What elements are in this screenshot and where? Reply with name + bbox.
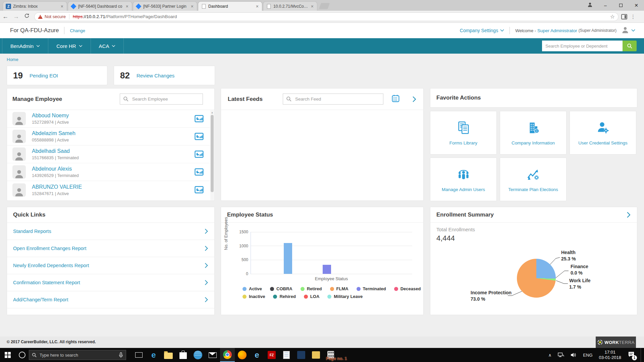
cortana-icon[interactable] <box>15 351 29 359</box>
review-changes-link[interactable]: Review Changes <box>137 73 174 78</box>
legend-item[interactable]: Retired <box>301 286 322 291</box>
forward-icon[interactable]: → <box>11 13 21 20</box>
maximize-button[interactable] <box>613 3 629 8</box>
extension-icon[interactable] <box>621 14 627 19</box>
tab-close-icon[interactable]: × <box>125 4 129 9</box>
firefox-icon[interactable] <box>235 348 250 362</box>
employee-row[interactable]: Abdelazim Sameh 055888898 | Active <box>7 128 214 145</box>
nav-benadmin[interactable]: BenAdmin <box>2 38 48 54</box>
user-avatar-icon[interactable] <box>621 26 629 35</box>
bar-active[interactable] <box>284 243 292 274</box>
tab-dashboard-active[interactable]: Dashboard × <box>198 1 262 11</box>
mic-icon[interactable] <box>119 352 123 358</box>
calendar-icon[interactable] <box>391 94 400 104</box>
benefit-statement-icon[interactable] <box>195 186 204 195</box>
notepad-icon[interactable] <box>279 348 294 362</box>
benefit-statement-icon[interactable] <box>195 150 204 159</box>
user-menu-caret-icon[interactable] <box>631 29 635 32</box>
tile-terminate-plan-elections[interactable]: Terminate Plan Elections <box>500 158 567 201</box>
globe-icon[interactable] <box>191 348 205 362</box>
refresh-icon[interactable] <box>21 13 32 20</box>
start-button[interactable] <box>0 352 15 358</box>
action-center-icon[interactable]: 1 <box>628 351 635 359</box>
employee-name-link[interactable]: Abdelhadi Saad <box>32 148 70 154</box>
quick-link-add-change-term[interactable]: Add/Change/Term Report <box>7 291 214 308</box>
new-tab-button[interactable] <box>319 3 330 9</box>
minimize-button[interactable]: – <box>598 3 613 8</box>
mail-icon[interactable] <box>205 348 220 362</box>
tab-close-icon[interactable]: × <box>190 4 194 9</box>
tab-close-icon[interactable]: × <box>310 4 314 9</box>
legend-item[interactable]: Deceased <box>394 286 421 291</box>
quick-link-newly-enrolled-dependents[interactable]: Newly Enrolled Dependents Report <box>7 257 214 274</box>
global-search-button[interactable] <box>623 41 637 51</box>
scroll-up-icon[interactable]: ▲ <box>210 110 214 114</box>
filezilla-icon[interactable]: FZ <box>264 348 279 362</box>
store-icon[interactable] <box>176 348 191 362</box>
company-settings-link[interactable]: Company Settings <box>460 28 504 33</box>
network-icon[interactable] <box>557 352 564 358</box>
tray-expand-icon[interactable]: ∧ <box>548 353 552 358</box>
tile-user-credential-settings[interactable]: User Credential Settings <box>570 111 636 155</box>
close-button[interactable]: ✕ <box>629 3 644 8</box>
benefit-statement-icon[interactable] <box>195 168 204 177</box>
employee-search-input[interactable] <box>120 94 203 105</box>
tab-nf5640[interactable]: [NF-5640] Dashboard co × <box>68 1 132 11</box>
tile-manage-admin-users[interactable]: Manage Admin Users <box>430 158 497 201</box>
feed-search-input[interactable] <box>283 94 383 105</box>
legend-item[interactable]: Rehired <box>273 294 296 299</box>
quick-link-open-enrollment-changes[interactable]: Open Enrollment Changes Report <box>7 240 214 257</box>
browser-menu-icon[interactable]: ⋮ <box>631 14 636 20</box>
employee-row[interactable]: ABRUNZO VALERIE 152847671 | Active <box>7 181 214 199</box>
tile-forms-library[interactable]: Forms Library <box>430 111 497 155</box>
task-view-icon[interactable] <box>131 348 146 362</box>
legend-item[interactable]: Inactive <box>243 294 265 299</box>
pending-eoi-link[interactable]: Pending EOI <box>30 73 58 78</box>
global-search-input[interactable] <box>542 41 623 51</box>
taskbar-search-box[interactable]: Type here to search <box>29 350 126 360</box>
taskbar-clock[interactable]: 17:01 03-01-2018 <box>599 350 622 361</box>
legend-item[interactable]: FLMA <box>330 286 348 291</box>
tab-zimbra[interactable]: Z Zimbra: Inbox × <box>3 1 67 11</box>
employee-name-link[interactable]: ABRUNZO VALERIE <box>32 184 82 190</box>
user-name-link[interactable]: Super Administrator <box>537 28 577 33</box>
employee-name-link[interactable]: Abdelazim Sameh <box>32 130 75 136</box>
tab-nf5633[interactable]: [NF-5633] Partner Login × <box>133 1 197 11</box>
address-bar[interactable]: Not secure https ://10.0.2.71 /Platform/… <box>34 12 619 21</box>
powershell-icon[interactable] <box>294 348 309 362</box>
browser-profile-icon[interactable] <box>587 2 593 9</box>
employee-name-link[interactable]: Abdelnour Alexis <box>32 166 72 172</box>
legend-item[interactable]: Military Leave <box>327 294 363 299</box>
edge-icon[interactable]: e <box>146 348 161 362</box>
chrome-icon[interactable] <box>220 348 235 362</box>
legend-item[interactable]: COBRA <box>270 286 292 291</box>
employee-list-scrollbar[interactable]: ▲ <box>210 110 214 200</box>
legend-item[interactable]: Active <box>243 286 262 291</box>
show-desktop-button[interactable] <box>641 348 642 362</box>
language-indicator[interactable]: ENG <box>583 353 592 358</box>
legend-item[interactable]: LOA <box>304 294 319 299</box>
change-company-link[interactable]: Change <box>70 28 85 33</box>
tab-close-icon[interactable]: × <box>60 4 64 9</box>
employee-row[interactable]: Abdelnour Alexis 143926529 | Terminated <box>7 163 214 181</box>
employee-name-link[interactable]: Abboud Noemy <box>32 113 69 118</box>
back-icon[interactable]: ← <box>0 13 11 20</box>
tile-company-information[interactable]: i Company Information <box>500 111 567 155</box>
bookmark-star-icon[interactable]: ☆ <box>610 13 615 20</box>
bar-terminated[interactable] <box>323 265 331 274</box>
employee-row[interactable]: Abdelhadi Saad 151766835 | Terminated <box>7 145 214 163</box>
quick-link-standard-reports[interactable]: Standard Reports <box>7 223 214 240</box>
nav-aca[interactable]: ACA <box>91 38 124 54</box>
employee-row[interactable]: Abboud Noemy 152728974 | Active <box>7 110 214 128</box>
feeds-next-icon[interactable] <box>412 96 417 102</box>
document-app-icon[interactable] <box>309 348 323 362</box>
file-explorer-icon[interactable] <box>161 348 176 362</box>
volume-icon[interactable] <box>570 352 577 358</box>
benefit-statement-icon[interactable] <box>195 115 204 124</box>
tab-close-icon[interactable]: × <box>255 4 259 9</box>
nav-corehr[interactable]: Core HR <box>48 38 91 54</box>
quick-link-confirmation-statement[interactable]: Confirmation Statement Report <box>7 274 214 291</box>
legend-item[interactable]: Terminated <box>357 286 386 291</box>
scrollbar-thumb[interactable] <box>211 115 214 192</box>
internet-explorer-icon[interactable]: e <box>250 348 264 362</box>
